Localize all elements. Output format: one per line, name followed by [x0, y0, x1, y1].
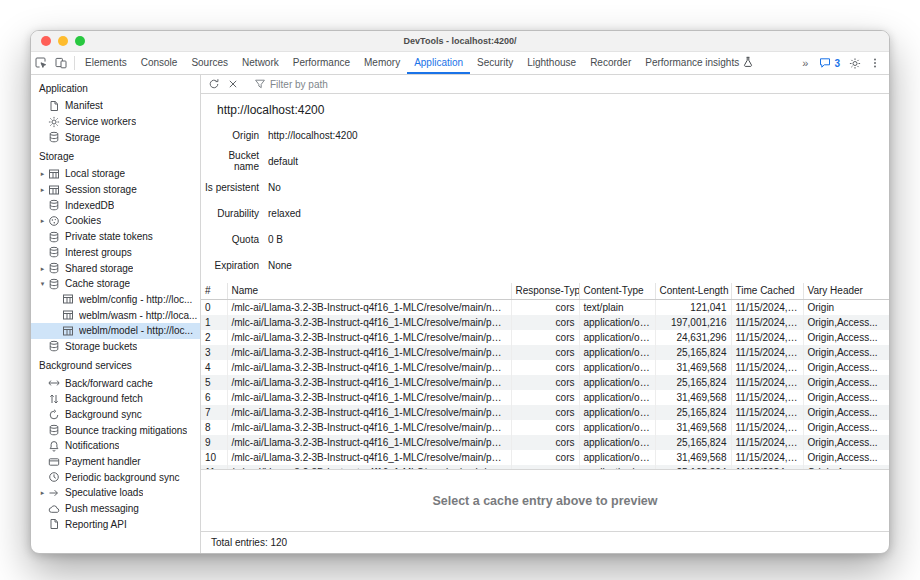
sidebar-item-shared-storage[interactable]: ▸Shared storage: [31, 260, 200, 276]
cache-entry-row[interactable]: 1/mlc-ai/Llama-3.2-3B-Instruct-q4f16_1-M…: [201, 315, 889, 330]
sidebar-item-cache-storage[interactable]: ▾Cache storage: [31, 276, 200, 292]
tab-label: Performance insights: [645, 57, 739, 68]
cell-vary-header: Origin,Access...: [803, 405, 889, 420]
sidebar-item-service-workers[interactable]: Service workers: [31, 114, 200, 130]
cell-content-type: application/oc...: [579, 420, 655, 435]
tab-sources[interactable]: Sources: [184, 52, 235, 74]
minimize-window-button[interactable]: [58, 36, 68, 46]
zoom-window-button[interactable]: [75, 36, 85, 46]
cache-entry-row[interactable]: 0/mlc-ai/Llama-3.2-3B-Instruct-q4f16_1-M…: [201, 300, 889, 316]
sidebar-item-label: Reporting API: [65, 519, 127, 530]
metadata-row-quota: Quota0 B: [201, 226, 889, 252]
sidebar-item-notifications[interactable]: Notifications: [31, 438, 200, 454]
sidebar-item-local-storage[interactable]: ▸Local storage: [31, 166, 200, 182]
total-entries-label: Total entries: 120: [211, 537, 287, 548]
tab-console[interactable]: Console: [134, 52, 185, 74]
sidebar-item-weblm-wasm-http-loca[interactable]: weblm/wasm - http://loca...: [31, 307, 200, 323]
tab-recorder[interactable]: Recorder: [583, 52, 638, 74]
cell-vary-header: Origin,Access...: [803, 345, 889, 360]
cache-entry-row[interactable]: 8/mlc-ai/Llama-3.2-3B-Instruct-q4f16_1-M…: [201, 420, 889, 435]
sidebar-item-storage-buckets[interactable]: Storage buckets: [31, 339, 200, 355]
sidebar-item-session-storage[interactable]: ▸Session storage: [31, 182, 200, 198]
sidebar-item-private-state-tokens[interactable]: Private state tokens: [31, 229, 200, 245]
cache-entry-row[interactable]: 4/mlc-ai/Llama-3.2-3B-Instruct-q4f16_1-M…: [201, 360, 889, 375]
sidebar-item-label: Cache storage: [65, 278, 130, 289]
chevron-right-icon[interactable]: ▸: [37, 217, 48, 224]
sidebar-item-label: Back/forward cache: [65, 378, 153, 389]
cell-response-type: cors: [511, 450, 579, 465]
database-icon: [48, 340, 60, 352]
column-header-vary-header[interactable]: Vary Header: [803, 283, 889, 300]
toolbar-divider: [74, 56, 75, 70]
bell-icon: [48, 440, 60, 452]
tab-performance-insights[interactable]: Performance insights: [638, 52, 761, 74]
cookie-icon: [48, 215, 60, 227]
tab-security[interactable]: Security: [470, 52, 520, 74]
cache-entry-row[interactable]: 6/mlc-ai/Llama-3.2-3B-Instruct-q4f16_1-M…: [201, 390, 889, 405]
sidebar-item-weblm-config-http-loc[interactable]: weblm/config - http://loc...: [31, 292, 200, 308]
sidebar-item-weblm-model-http-loc[interactable]: weblm/model - http://loc...: [31, 323, 200, 339]
sidebar-item-label: weblm/config - http://loc...: [79, 294, 192, 305]
cell-time-cached: 11/15/2024, 10...: [731, 330, 803, 345]
column-header-time-cached[interactable]: Time Cached: [731, 283, 803, 300]
chevron-right-icon[interactable]: ▸: [37, 186, 48, 193]
tab-lighthouse[interactable]: Lighthouse: [520, 52, 583, 74]
sidebar-item-speculative-loads[interactable]: ▸Speculative loads: [31, 485, 200, 501]
sidebar-item-storage[interactable]: Storage: [31, 129, 200, 145]
payment-icon: [48, 456, 60, 468]
delete-selected-button[interactable]: [225, 78, 241, 90]
tab-application[interactable]: Application: [407, 52, 470, 74]
tab-performance[interactable]: Performance: [286, 52, 357, 74]
chevron-right-icon[interactable]: ▸: [37, 265, 48, 272]
sidebar-item-label: Service workers: [65, 116, 136, 127]
chevron-right-icon[interactable]: ▸: [37, 489, 48, 496]
chevron-right-icon[interactable]: ▸: [37, 170, 48, 177]
column-header-content-length[interactable]: Content-Length: [655, 283, 731, 300]
document-icon: [48, 518, 60, 530]
sidebar-item-background-sync[interactable]: Background sync: [31, 407, 200, 423]
more-tabs-button[interactable]: »: [796, 57, 814, 69]
more-options-button[interactable]: [865, 57, 885, 69]
column-header-[interactable]: #: [201, 283, 227, 300]
settings-button[interactable]: [845, 57, 865, 69]
filter-input[interactable]: Filter by path: [254, 78, 328, 90]
column-header-content-type[interactable]: Content-Type: [579, 283, 655, 300]
sidebar-item-manifest[interactable]: Manifest: [31, 98, 200, 114]
metadata-label: Expiration: [201, 260, 259, 271]
cache-entry-row[interactable]: 5/mlc-ai/Llama-3.2-3B-Instruct-q4f16_1-M…: [201, 375, 889, 390]
cell-content-type: application/oc...: [579, 345, 655, 360]
sidebar-item-indexeddb[interactable]: IndexedDB: [31, 197, 200, 213]
status-bar: Total entries: 120: [201, 531, 889, 553]
cell-response-type: cors: [511, 420, 579, 435]
device-toolbar-button[interactable]: [51, 52, 71, 74]
inspect-element-button[interactable]: [31, 52, 51, 74]
cell-response-type: cors: [511, 330, 579, 345]
column-header-name[interactable]: Name: [227, 283, 511, 300]
sidebar-item-cookies[interactable]: ▸Cookies: [31, 213, 200, 229]
refresh-button[interactable]: [206, 78, 222, 90]
close-window-button[interactable]: [41, 36, 51, 46]
cell-vary-header: Origin,Access...: [803, 420, 889, 435]
cell-time-cached: 11/15/2024, 10...: [731, 360, 803, 375]
cache-entry-row[interactable]: 9/mlc-ai/Llama-3.2-3B-Instruct-q4f16_1-M…: [201, 435, 889, 450]
tab-network[interactable]: Network: [235, 52, 286, 74]
sidebar-item-push-messaging[interactable]: Push messaging: [31, 501, 200, 517]
sidebar-item-label: Periodic background sync: [65, 472, 180, 483]
cache-entry-row[interactable]: 7/mlc-ai/Llama-3.2-3B-Instruct-q4f16_1-M…: [201, 405, 889, 420]
sidebar-item-background-fetch[interactable]: Background fetch: [31, 391, 200, 407]
cache-entry-row[interactable]: 3/mlc-ai/Llama-3.2-3B-Instruct-q4f16_1-M…: [201, 345, 889, 360]
chevron-down-icon[interactable]: ▾: [37, 280, 48, 287]
sidebar-item-reporting-api[interactable]: Reporting API: [31, 517, 200, 533]
sidebar-item-interest-groups[interactable]: Interest groups: [31, 245, 200, 261]
cache-entry-row[interactable]: 10/mlc-ai/Llama-3.2-3B-Instruct-q4f16_1-…: [201, 450, 889, 465]
cache-entry-row[interactable]: 2/mlc-ai/Llama-3.2-3B-Instruct-q4f16_1-M…: [201, 330, 889, 345]
messages-button[interactable]: 3: [814, 57, 845, 69]
column-header-response-type[interactable]: Response-Type: [511, 283, 579, 300]
sidebar-item-periodic-background-sync[interactable]: Periodic background sync: [31, 469, 200, 485]
sidebar-item-back-forward-cache[interactable]: Back/forward cache: [31, 375, 200, 391]
sidebar-item-payment-handler[interactable]: Payment handler: [31, 454, 200, 470]
sidebar-item-bounce-tracking-mitigations[interactable]: Bounce tracking mitigations: [31, 422, 200, 438]
tab-memory[interactable]: Memory: [357, 52, 407, 74]
tab-elements[interactable]: Elements: [78, 52, 134, 74]
kebab-menu-icon: [869, 57, 881, 69]
